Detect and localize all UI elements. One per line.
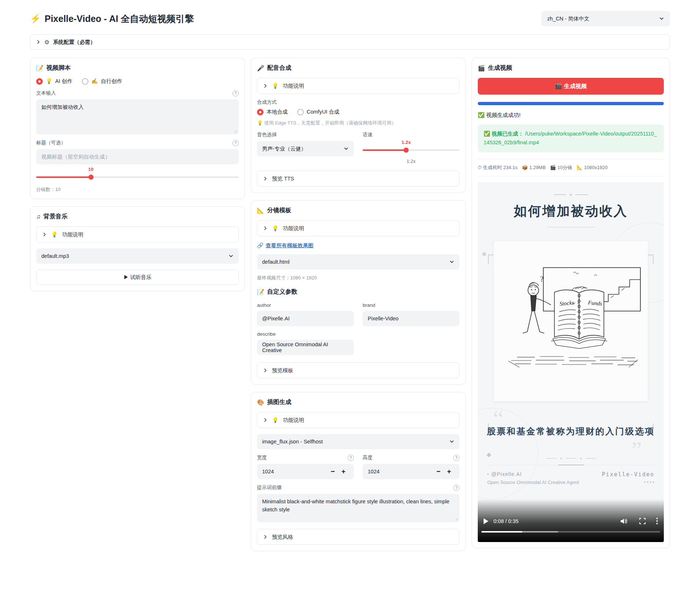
stat-duration: ⏱ 生成耗时 234.1s <box>478 164 518 171</box>
width-stepper[interactable]: 1024 − + <box>257 464 354 479</box>
template-dropdown[interactable]: default.html <box>257 254 459 270</box>
help-icon[interactable]: ? <box>232 140 239 146</box>
slider-handle[interactable] <box>88 175 94 180</box>
video-preview[interactable]: 如何增加被动收入 <box>478 182 664 542</box>
fullscreen-icon[interactable] <box>639 518 646 525</box>
music-note-icon: ♫ <box>36 213 41 220</box>
prompt-prefix-textarea[interactable]: Minimalist black-and-white matchstick fi… <box>257 494 459 522</box>
volume-icon[interactable] <box>620 518 628 525</box>
speed-slider[interactable]: 1.2x <box>363 147 459 153</box>
template-preview-accordion[interactable]: 预览模板 <box>257 362 459 378</box>
voice-label: 音色选择 <box>257 131 277 138</box>
topic-textarea[interactable]: 如何增加被动收入 <box>36 99 239 134</box>
radio-comfyui-synth[interactable]: ComfyUI 合成 <box>297 108 339 115</box>
speed-value-label: 1.2x <box>402 140 411 145</box>
voice-dropdown[interactable]: 男声-专业（云健） <box>257 141 354 156</box>
play-button[interactable] <box>484 518 488 524</box>
template-gallery-link-row: 🔗 查看所有模板效果图 <box>257 242 459 249</box>
generate-title: 🎬 生成视频 <box>478 64 664 72</box>
slider-track[interactable] <box>363 149 459 151</box>
help-icon[interactable]: ? <box>348 455 354 461</box>
style-preview-accordion[interactable]: 预览风格 <box>257 529 459 545</box>
author-field: author @Pixelle.AI <box>257 297 354 326</box>
minus-icon[interactable]: − <box>328 468 338 476</box>
result-path-box: ✅ 视频已生成： /Users/puke/Workspace/Pixelle-V… <box>478 125 664 152</box>
height-stepper[interactable]: 1024 − + <box>363 464 459 479</box>
chevron-down-icon <box>449 439 454 444</box>
describe-spacer <box>363 326 459 355</box>
tts-help-accordion[interactable]: 💡 功能说明 <box>257 78 459 94</box>
book-left-label: Stocks <box>559 299 574 306</box>
music-help-accordion[interactable]: 💡 功能说明 <box>36 226 239 243</box>
music-dropdown[interactable]: default.mp3 <box>36 248 239 264</box>
writing-hand-icon: ✍️ <box>91 78 98 84</box>
column-right: 🎬 生成视频 🎬 生成视频 ✅ 视频生成成功! ✅ 视频已生成： /Users/… <box>472 58 670 548</box>
template-gallery-link[interactable]: 查看所有模板效果图 <box>266 242 314 249</box>
generate-video-button[interactable]: 🎬 生成视频 <box>478 78 664 95</box>
resize-handle-icon[interactable] <box>454 517 458 520</box>
system-config-accordion[interactable]: ⚙ 系统配置（必需） <box>30 34 670 50</box>
size-row: 宽度 ? 1024 − + 高度 ? <box>257 449 459 479</box>
slider-handle[interactable] <box>404 148 409 153</box>
edge-tts-hint: 💡 使用 Edge TTS，无需配置，开箱即用（请确保网络环境可用） <box>257 120 459 126</box>
help-icon[interactable]: ? <box>453 455 459 461</box>
script-mode-radios: 💡 AI 创作 ✍️ 自行创作 <box>36 78 239 85</box>
brand-input[interactable]: Pixelle-Video <box>363 311 459 326</box>
memo-icon: 📝 <box>257 289 264 295</box>
illustration-title: 🎨 插图生成 <box>257 398 459 406</box>
audition-music-button[interactable]: ▶ 试听音乐 <box>36 270 239 285</box>
slider-value-label: 10 <box>88 167 93 172</box>
package-icon: 📦 <box>522 165 528 170</box>
resize-handle-icon[interactable] <box>234 129 237 133</box>
tts-preview-accordion[interactable]: 预览 TTS <box>257 171 459 187</box>
radio-manual-label: 自行创作 <box>101 78 122 85</box>
result-label: ✅ 视频已生成： <box>484 131 523 137</box>
radio-ai-create[interactable]: 💡 AI 创作 <box>36 78 72 85</box>
chevron-right-icon <box>263 535 268 539</box>
video-time: 0:08 / 0:35 <box>493 518 519 524</box>
describe-input[interactable]: Open Source Omnimodal AI Creative <box>257 340 354 355</box>
video-title-input[interactable] <box>36 149 239 164</box>
brand-field: brand Pixelle-Video <box>363 297 459 326</box>
video-progress-bar[interactable] <box>481 531 660 533</box>
illustration-help-accordion[interactable]: 💡 功能说明 <box>257 412 459 428</box>
kebab-menu-icon[interactable] <box>656 518 658 525</box>
minus-icon[interactable]: − <box>433 468 444 476</box>
height-label: 高度 <box>363 454 372 461</box>
triangular-ruler-icon: 📐 <box>257 207 264 214</box>
footer-brand: Pixelle-Video <box>602 471 654 478</box>
success-message: ✅ 视频生成成功! <box>478 112 664 119</box>
custom-params-title: 📝 自定义参数 <box>257 288 459 296</box>
slider-track[interactable] <box>36 176 239 178</box>
language-select[interactable]: zh_CN - 简体中文 <box>541 11 670 26</box>
synth-mode-radios: 本地合成 ComfyUI 合成 <box>257 108 459 115</box>
voice-column: 音色选择 男声-专业（云健） <box>257 131 354 164</box>
svg-text:?: ? <box>540 274 544 283</box>
radio-local-synth[interactable]: 本地合成 <box>257 108 288 115</box>
radio-self-create[interactable]: ✍️ 自行创作 <box>82 78 122 85</box>
tts-title: 🎤 配音合成 <box>257 64 459 72</box>
title-label: 标题（可选） <box>36 140 66 146</box>
help-icon[interactable]: ? <box>232 90 239 96</box>
height-field: 高度 ? 1024 − + <box>363 449 459 479</box>
tts-panel: 🎤 配音合成 💡 功能说明 合成方式 本地合成 <box>251 58 466 193</box>
illustration-panel: 🎨 插图生成 💡 功能说明 image_flux.json - Selfhost <box>251 392 466 551</box>
radio-selected-icon <box>36 78 43 85</box>
template-help-accordion[interactable]: 💡 功能说明 <box>257 220 459 236</box>
controls-row: 0:08 / 0:35 <box>478 514 664 529</box>
chevron-down-icon <box>659 16 664 21</box>
title-label-row: 标题（可选） ? <box>36 140 239 146</box>
plus-icon[interactable]: + <box>338 468 349 476</box>
bulb-icon: 💡 <box>272 417 279 423</box>
help-icon[interactable]: ? <box>453 485 459 491</box>
slider-fill <box>36 176 91 178</box>
storyboard-slider[interactable]: 10 <box>36 174 239 180</box>
bulb-icon: 💡 <box>272 83 279 89</box>
bulb-icon: 💡 <box>46 78 52 84</box>
plus-icon[interactable]: + <box>444 468 454 476</box>
generate-video-panel: 🎬 生成视频 🎬 生成视频 ✅ 视频生成成功! ✅ 视频已生成： /Users/… <box>472 58 670 548</box>
divider <box>478 176 664 176</box>
workflow-dropdown[interactable]: image_flux.json - Selfhost <box>257 434 459 449</box>
chevron-down-icon <box>344 146 349 151</box>
author-input[interactable]: @Pixelle.AI <box>257 311 354 326</box>
